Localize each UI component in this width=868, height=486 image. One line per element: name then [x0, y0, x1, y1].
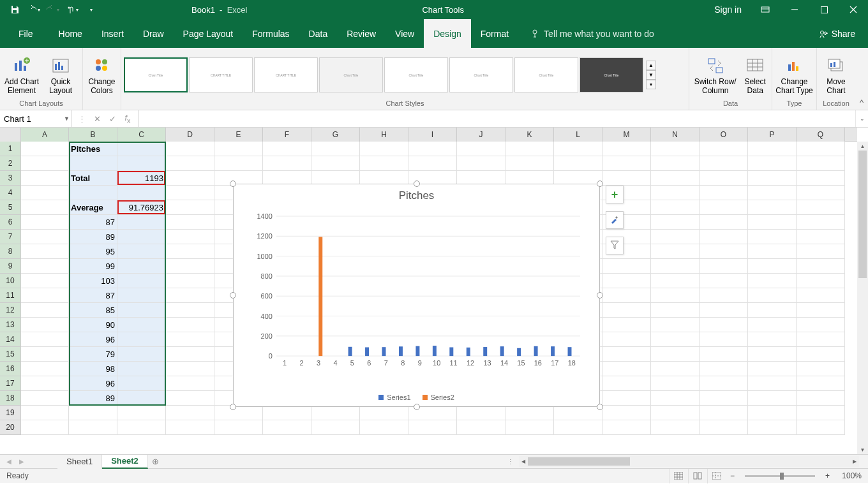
cell-P8[interactable] [748, 244, 797, 259]
cell-B5[interactable]: Average [69, 200, 117, 215]
cell-N9[interactable] [651, 259, 700, 274]
resize-handle[interactable] [414, 180, 420, 187]
cell-O13[interactable] [700, 318, 748, 332]
tab-draw[interactable]: Draw [133, 19, 174, 48]
cell-B14[interactable]: 96 [69, 332, 117, 347]
column-header-A[interactable]: A [21, 128, 69, 142]
zoom-in-button[interactable]: + [821, 471, 834, 480]
cell-D5[interactable] [166, 200, 214, 215]
cell-C19[interactable] [117, 406, 166, 420]
cell-O1[interactable] [700, 142, 748, 156]
cell-N18[interactable] [651, 391, 700, 406]
column-header-J[interactable]: J [457, 128, 505, 142]
cell-C17[interactable] [117, 376, 166, 391]
cell-N12[interactable] [651, 303, 700, 318]
cell-A20[interactable] [21, 420, 69, 435]
tab-format[interactable]: Format [471, 19, 518, 48]
cell-Q12[interactable] [797, 303, 845, 318]
cell-A2[interactable] [21, 156, 69, 171]
cell-G19[interactable] [311, 406, 360, 420]
cell-N6[interactable] [651, 215, 700, 230]
chart-style-4[interactable]: Chart Title [319, 57, 383, 92]
scrollbar-thumb[interactable] [858, 151, 867, 278]
cell-P10[interactable] [748, 274, 797, 288]
tab-file[interactable]: File [9, 19, 43, 48]
cell-D14[interactable] [166, 332, 214, 347]
cell-Q15[interactable] [797, 347, 845, 362]
cell-M1[interactable] [602, 142, 651, 156]
cell-J19[interactable] [457, 406, 505, 420]
cell-O12[interactable] [700, 303, 748, 318]
zoom-slider-knob[interactable] [780, 473, 784, 480]
cell-N3[interactable] [651, 171, 700, 186]
cell-N16[interactable] [651, 362, 700, 376]
vertical-scrollbar[interactable]: ▲ ▼ [857, 142, 868, 454]
row-header-14[interactable]: 14 [0, 332, 21, 347]
cell-A10[interactable] [21, 274, 69, 288]
cell-Q10[interactable] [797, 274, 845, 288]
cell-A7[interactable] [21, 230, 69, 244]
cell-B7[interactable]: 89 [69, 230, 117, 244]
cell-A8[interactable] [21, 244, 69, 259]
cell-P15[interactable] [748, 347, 797, 362]
touch-mode-icon[interactable]: ▾ [63, 0, 82, 19]
cell-P20[interactable] [748, 420, 797, 435]
resize-handle[interactable] [597, 180, 603, 187]
expand-formula-bar-icon[interactable]: ⌄ [855, 110, 868, 127]
row-header-6[interactable]: 6 [0, 215, 21, 230]
cell-E19[interactable] [214, 406, 263, 420]
sheet-tab-sheet1[interactable]: Sheet1 [57, 455, 102, 469]
cell-M18[interactable] [602, 391, 651, 406]
style-scroll-down-icon[interactable]: ▼ [646, 70, 656, 80]
cell-C15[interactable] [117, 347, 166, 362]
cell-A19[interactable] [21, 406, 69, 420]
cell-D11[interactable] [166, 288, 214, 303]
cell-F1[interactable] [263, 142, 311, 156]
cell-F19[interactable] [263, 406, 311, 420]
cell-Q3[interactable] [797, 171, 845, 186]
select-all-corner[interactable] [0, 128, 21, 142]
chart-title[interactable]: Pitches [234, 184, 599, 202]
tab-insert[interactable]: Insert [92, 19, 133, 48]
row-header-13[interactable]: 13 [0, 318, 21, 332]
name-box[interactable]: ▼ [0, 110, 71, 127]
cell-O7[interactable] [700, 230, 748, 244]
cell-Q18[interactable] [797, 391, 845, 406]
cell-A18[interactable] [21, 391, 69, 406]
share-button[interactable]: Share [819, 29, 855, 39]
resize-handle[interactable] [230, 180, 236, 187]
quick-layout-button[interactable]: Quick Layout [43, 55, 78, 95]
cell-P11[interactable] [748, 288, 797, 303]
cell-K19[interactable] [505, 406, 554, 420]
cell-P1[interactable] [748, 142, 797, 156]
cell-M16[interactable] [602, 362, 651, 376]
cell-B1[interactable]: Pitches [69, 142, 117, 156]
cell-C6[interactable] [117, 215, 166, 230]
cell-L2[interactable] [554, 156, 602, 171]
undo-icon[interactable]: ▾ [24, 0, 43, 19]
scroll-down-icon[interactable]: ▼ [857, 445, 868, 454]
cell-J2[interactable] [457, 156, 505, 171]
cell-B10[interactable]: 103 [69, 274, 117, 288]
cell-D7[interactable] [166, 230, 214, 244]
select-data-button[interactable]: Select Data [741, 55, 769, 95]
cell-F20[interactable] [263, 420, 311, 435]
cell-H20[interactable] [360, 420, 408, 435]
redo-icon[interactable]: ▾ [43, 0, 63, 19]
cell-Q2[interactable] [797, 156, 845, 171]
column-header-F[interactable]: F [263, 128, 311, 142]
sheet-tab-sheet2[interactable]: Sheet2 [102, 455, 148, 469]
hscroll-split-handle[interactable]: ⋮ [504, 458, 519, 465]
cell-A6[interactable] [21, 215, 69, 230]
cell-I2[interactable] [408, 156, 457, 171]
cell-O8[interactable] [700, 244, 748, 259]
add-chart-element-button[interactable]: Add Chart Element [3, 55, 41, 95]
cell-M3[interactable] [602, 171, 651, 186]
chart-style-2[interactable]: CHART TITLE [189, 57, 253, 92]
cell-P14[interactable] [748, 332, 797, 347]
cell-P5[interactable] [748, 200, 797, 215]
column-header-N[interactable]: N [651, 128, 700, 142]
normal-view-icon[interactable] [669, 469, 688, 483]
change-colors-button[interactable]: Change Colors [86, 55, 118, 95]
tab-review[interactable]: Review [337, 19, 385, 48]
